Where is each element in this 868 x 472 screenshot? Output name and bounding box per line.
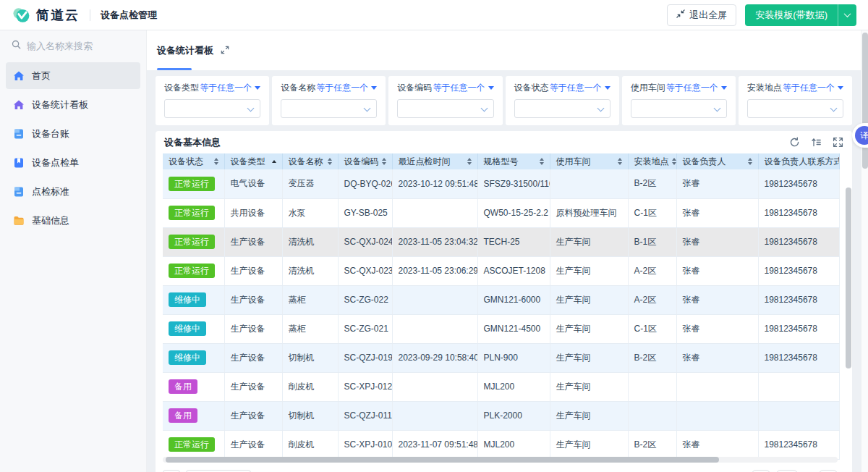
col-header-location[interactable]: 安装地点 (628, 153, 676, 169)
table-cell: GMN121-4500 (477, 314, 550, 343)
col-header-last-check[interactable]: 最近点检时间 (392, 153, 477, 169)
sort-icon[interactable] (382, 158, 386, 165)
dashboard-tabbar: 设备统计看板 (147, 30, 861, 70)
table-cell: DQ-BYQ-026 (338, 169, 392, 198)
table-cell: PLK-2000 (477, 401, 550, 430)
table-cell-status: 正常运行 (163, 198, 224, 227)
expand-fullscreen-icon[interactable] (221, 44, 229, 57)
caret-down-icon (255, 86, 260, 90)
table-horizontal-scrollbar[interactable] (163, 457, 838, 463)
table-row[interactable]: 正常运行生产设备清洗机SC-QXJ-0242023-11-05 23:04:32… (163, 227, 839, 256)
filter-operator-link[interactable]: 等于任意一个 (433, 82, 494, 94)
table-cell: PLN-900 (477, 343, 550, 372)
table-cell: 19812345678 (758, 285, 839, 314)
sidebar-item-device-ledger[interactable]: 设备台账 (6, 120, 140, 147)
table-cell: 切制机 (282, 401, 338, 430)
table-row[interactable]: 维修中生产设备蒸柜SC-ZG-022GMN121-6000生产车间A-2区张睿1… (163, 285, 839, 314)
filter-device-type: 设备类型 等于任意一个 (156, 76, 269, 125)
column-settings-icon[interactable] (811, 137, 822, 148)
filter-select[interactable] (747, 99, 843, 118)
install-template-button[interactable]: 安装模板(带数据) (745, 4, 838, 26)
table-row[interactable]: 正常运行共用设备水泵GY-SB-025QW50-15-25-2.2原料预处理车间… (163, 198, 839, 227)
table-cell (676, 401, 758, 430)
caret-down-icon (371, 86, 377, 90)
chevron-down-icon (247, 105, 255, 112)
search-input[interactable] (27, 41, 128, 51)
sort-icon[interactable] (672, 158, 676, 165)
table-row[interactable]: 备用生产设备切制机SC-QZJ-011PLK-2000生产车间 (163, 401, 839, 430)
filter-operator-link[interactable]: 等于任意一个 (316, 82, 377, 94)
device-info-panel: 设备基本信息 (156, 131, 852, 472)
sidebar-item-home[interactable]: 首页 (6, 62, 140, 89)
sort-icon[interactable] (540, 158, 544, 165)
status-badge: 维修中 (169, 321, 206, 336)
brand-logo[interactable]: 简道云 (12, 6, 80, 25)
expand-table-icon[interactable] (833, 137, 843, 148)
col-header-workshop[interactable]: 使用车间 (550, 153, 628, 169)
install-template-dropdown[interactable] (838, 4, 856, 26)
col-header-name[interactable]: 设备名称 (282, 153, 338, 169)
col-header-contact[interactable]: 设备负责人联系方式 (758, 153, 839, 169)
table-cell: B-2区 (628, 169, 676, 198)
table-cell: 2023-11-05 23:04:32 (392, 227, 477, 256)
dashboard-content: 设备类型 等于任意一个 设备名称 等于任意一个 设备编码 等于任意一个 (147, 70, 861, 472)
col-header-owner[interactable]: 设备负责人 (676, 153, 758, 169)
table-row[interactable]: 正常运行电气设备变压器DQ-BYQ-0262023-10-12 09:51:48… (163, 169, 839, 198)
filter-label: 设备编码 (397, 82, 432, 94)
col-header-status[interactable]: 设备状态 (163, 153, 224, 169)
refresh-icon[interactable] (789, 137, 800, 148)
filter-select[interactable] (631, 99, 727, 118)
filter-select[interactable] (164, 99, 260, 118)
filter-select[interactable] (397, 99, 493, 118)
sort-icon[interactable] (467, 158, 472, 165)
home-icon (13, 99, 25, 111)
table-vertical-scrollbar[interactable] (846, 187, 851, 368)
sidebar-item-inspection-standard[interactable]: 点检标准 (6, 178, 140, 205)
filter-operator-link[interactable]: 等于任意一个 (666, 82, 727, 94)
sidebar-item-base-info[interactable]: 基础信息 (6, 207, 140, 234)
table-cell (392, 372, 477, 401)
sort-asc-icon[interactable] (272, 160, 276, 163)
col-header-model[interactable]: 规格型号 (477, 153, 550, 169)
filter-select[interactable] (514, 99, 610, 118)
table-row[interactable]: 正常运行生产设备削皮机SC-XPJ-0102023-11-07 09:51:48… (163, 430, 839, 459)
sidebar-search[interactable] (0, 30, 146, 61)
table-cell: TECH-25 (477, 227, 550, 256)
search-icon (12, 39, 21, 52)
sort-icon[interactable] (618, 158, 622, 165)
filter-operator-link[interactable]: 等于任意一个 (550, 82, 610, 94)
sort-icon[interactable] (214, 158, 218, 165)
page-scrollbar[interactable] (861, 30, 868, 472)
filter-row: 设备类型 等于任意一个 设备名称 等于任意一个 设备编码 等于任意一个 (156, 76, 852, 125)
filter-operator-link[interactable]: 等于任意一个 (200, 82, 260, 94)
chevron-down-icon (713, 105, 720, 112)
table-cell: 生产车间 (550, 285, 628, 314)
dashboard-tab-title: 设备统计看板 (157, 44, 213, 57)
table-cell: B-2区 (628, 430, 676, 459)
col-header-type[interactable]: 设备类型 (224, 153, 282, 169)
table-row[interactable]: 正常运行生产设备清洗机SC-QXJ-0232023-11-05 23:06:29… (163, 256, 839, 285)
sidebar-item-device-dashboard[interactable]: 设备统计看板 (6, 91, 140, 118)
table-row[interactable]: 维修中生产设备切制机SC-QZJ-0192023-09-29 10:58:40P… (163, 343, 839, 372)
table-cell: SC-XPJ-012 (338, 372, 392, 401)
sidebar-item-inspection-form[interactable]: 设备点检单 (6, 149, 140, 176)
table-row[interactable]: 备用生产设备削皮机SC-XPJ-012MJL200生产车间 (163, 372, 839, 401)
exit-fullscreen-button[interactable]: 退出全屏 (667, 4, 736, 26)
table-cell (758, 372, 839, 401)
sidebar-menu: 首页 设备统计看板 设备台账 设备点检单 点检标准 (0, 61, 146, 237)
table-cell: SC-ZG-021 (338, 314, 392, 343)
filter-select[interactable] (281, 99, 377, 118)
col-header-code[interactable]: 设备编码 (338, 153, 392, 169)
caret-down-icon (488, 86, 494, 90)
brand-name: 简道云 (36, 7, 80, 24)
sort-icon[interactable] (748, 158, 752, 165)
sort-icon[interactable] (328, 158, 332, 165)
scrollbar-thumb[interactable] (862, 33, 868, 169)
scrollbar-thumb[interactable] (166, 457, 719, 463)
table-cell: A-2区 (628, 256, 676, 285)
table-cell: MJL200 (477, 430, 550, 459)
install-template-split-button[interactable]: 安装模板(带数据) (745, 4, 856, 26)
filter-operator-link[interactable]: 等于任意一个 (783, 82, 843, 94)
table-row[interactable]: 维修中生产设备蒸柜SC-ZG-021GMN121-4500生产车间C-1区张睿1… (163, 314, 839, 343)
tab-device-dashboard[interactable]: 设备统计看板 (157, 30, 229, 70)
